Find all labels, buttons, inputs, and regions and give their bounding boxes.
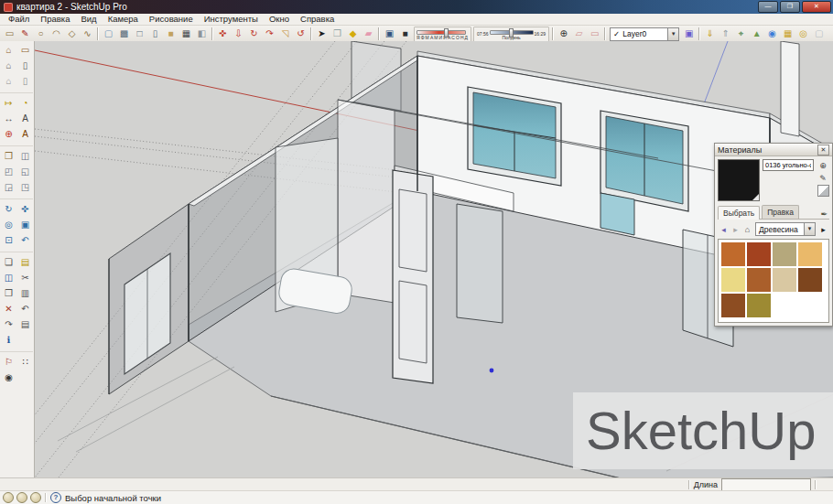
monochrome-style-button[interactable]: ◧ [194,27,210,42]
trim-icon[interactable]: ◲ [0,179,17,195]
zoom-icon[interactable]: ◎ [0,217,17,232]
signin-status-icon[interactable] [30,492,41,503]
date-slider-handle[interactable] [444,28,449,38]
material-swatch[interactable] [798,268,822,292]
collection-dropdown-arrow[interactable]: ▼ [804,223,815,235]
model-info-icon[interactable]: ℹ [0,332,17,348]
zoom-extents-icon[interactable]: ⊡ [0,232,17,248]
menu-item[interactable]: Окно [264,14,295,25]
material-swatch[interactable] [773,242,796,266]
create-material-icon[interactable]: ⊕ [819,159,827,172]
rotate-tool[interactable]: ↻ [246,27,262,42]
shaded-textures-style-button[interactable]: ▦ [178,27,194,42]
text-icon[interactable]: A [16,111,34,126]
menu-item[interactable]: Файл [3,14,35,25]
collection-combobox[interactable]: Древесина ▼ [755,222,816,236]
layer-dropdown-arrow[interactable]: ▼ [667,28,678,40]
previous-view-icon[interactable]: ↶ [16,232,34,248]
material-swatch[interactable] [747,294,771,317]
dimension-icon[interactable]: ↔ [0,111,17,126]
layer-manager-button[interactable]: ▣ [681,27,697,42]
undo-icon[interactable]: ↶ [16,301,34,316]
new-file-icon[interactable]: ❏ [0,254,17,270]
view-iso-icon[interactable]: ⌂ [0,42,17,58]
geolocation-status-icon[interactable] [3,492,14,503]
menu-item[interactable]: Инструменты [199,14,264,25]
menu-item[interactable]: Рисование [144,14,199,25]
follow-me-tool[interactable]: ↷ [262,27,277,42]
set-default-material-icon[interactable]: ✎ [819,172,827,185]
walk-icon[interactable]: ∷ [16,354,34,370]
tab-select[interactable]: Выбрать [718,206,760,220]
cut-icon[interactable]: ✂ [16,270,34,285]
material-swatch[interactable] [721,268,745,292]
get-models-button[interactable]: ⇓ [702,27,718,42]
rectangle-tool[interactable]: ▭ [2,27,17,42]
erase-icon[interactable]: ✕ [0,301,17,316]
toggle-terrain-button[interactable]: ▲ [749,27,764,42]
hidden-line-style-button[interactable]: ▯ [147,27,163,42]
paste-icon[interactable]: ▥ [16,285,34,301]
freehand-tool[interactable]: ∿ [80,27,95,42]
add-location-button[interactable]: ⌖ [733,27,749,42]
save-file-icon[interactable]: ◫ [0,270,17,285]
materials-panel-titlebar[interactable]: Материалы ✕ [715,144,832,156]
default-material-swatch[interactable] [817,185,829,197]
view-left-icon[interactable]: ▯ [16,73,34,89]
materials-panel-close-button[interactable]: ✕ [817,145,829,155]
share-model-button[interactable]: ⇑ [718,27,733,42]
back-arrow-icon[interactable]: ◂ [718,225,730,234]
forward-arrow-icon[interactable]: ▸ [730,225,741,234]
subtract-icon[interactable]: ◱ [16,164,34,179]
sample-paint-icon[interactable]: ✒ [818,209,829,219]
shadow-time-slider[interactable]: 07:56 Полдень 16:29 [473,27,549,42]
menu-item[interactable]: Правка [35,14,75,25]
google-earth-button[interactable]: ◉ [764,27,780,42]
axes-button[interactable]: ⊕ [556,27,571,42]
paint-bucket-tool[interactable]: ◆ [345,27,361,42]
shaded-style-button[interactable]: ■ [163,27,178,42]
credits-status-icon[interactable] [16,492,27,503]
shadow-settings-button[interactable]: ▣ [382,27,397,42]
print-icon[interactable]: ▤ [16,316,34,332]
measurement-input[interactable] [721,478,811,491]
offset-tool[interactable]: ↺ [293,27,308,42]
material-swatch[interactable] [721,294,745,317]
orbit-icon[interactable]: ↻ [0,201,17,217]
share-component-button[interactable]: ▢ [811,27,827,42]
home-icon[interactable]: ⌂ [741,225,753,234]
push-pull-tool[interactable]: ⇩ [231,27,246,42]
select-tool[interactable]: ➤ [314,27,330,42]
material-name-input[interactable] [763,159,814,171]
circle-tool[interactable]: ○ [33,27,49,42]
view-right-icon[interactable]: ▯ [16,58,34,73]
line-tool[interactable]: ✎ [17,27,33,42]
3d-text-icon[interactable]: A [16,126,34,142]
photo-textures-button[interactable]: ▦ [780,27,795,42]
layer-combobox[interactable]: ✓ Layer0 ▼ [610,27,679,41]
menu-item[interactable]: Вид [75,14,102,25]
menu-item[interactable]: Справка [295,14,340,25]
split-icon[interactable]: ◳ [16,179,34,195]
shadow-toggle-button[interactable]: ■ [397,27,413,42]
eraser-tool[interactable]: ▰ [361,27,376,42]
xray-style-button[interactable]: ▢ [101,27,116,42]
view-back-icon[interactable]: ⌂ [0,73,17,89]
section-cut-button[interactable]: ▭ [587,27,602,42]
back-edges-style-button[interactable]: ▩ [116,27,132,42]
close-button[interactable]: ✕ [802,1,831,13]
intersect-icon[interactable]: ◫ [16,148,34,164]
view-front-icon[interactable]: ⌂ [0,58,17,73]
preview-in-google-earth-button[interactable]: ◎ [795,27,811,42]
look-around-icon[interactable]: ◉ [0,370,17,385]
axes-icon[interactable]: ⊕ [0,126,17,142]
material-swatch[interactable] [721,242,745,266]
scale-tool[interactable]: ◹ [277,27,293,42]
section-plane-button[interactable]: ▱ [571,27,587,42]
help-icon[interactable]: ? [50,492,61,503]
open-file-icon[interactable]: ▤ [16,254,34,270]
tape-measure-icon[interactable]: ↦ [0,95,17,111]
move-tool[interactable]: ✜ [215,27,231,42]
redo-icon[interactable]: ↷ [0,316,17,332]
material-swatch[interactable] [747,268,771,292]
